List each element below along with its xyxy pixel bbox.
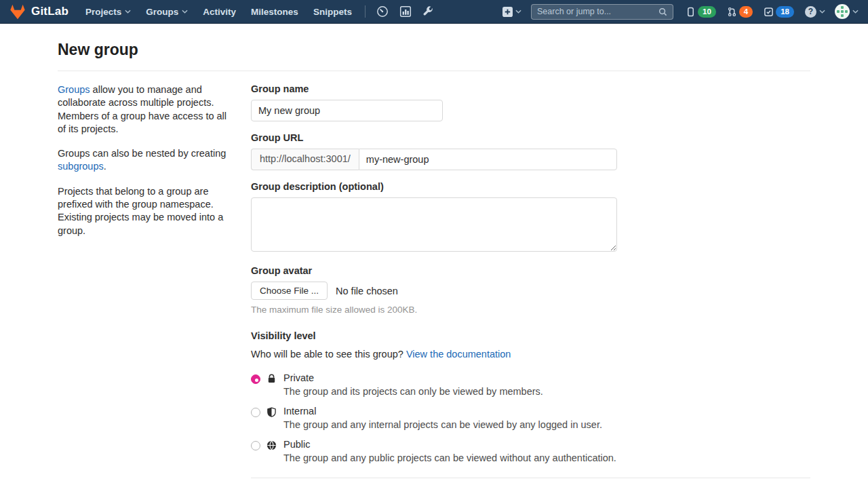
help-question-icon: ? xyxy=(805,6,816,18)
avatar xyxy=(835,4,850,19)
sidebar-paragraph: Groups allow you to manage and collabora… xyxy=(58,83,231,136)
form-divider xyxy=(251,478,810,478)
sidebar-text: . xyxy=(104,161,106,172)
page-title: New group xyxy=(58,41,810,71)
sidebar-paragraph: Groups can also be nested by creating su… xyxy=(58,147,231,174)
nav-activity-link[interactable]: Activity xyxy=(195,0,243,24)
group-name-input[interactable] xyxy=(251,100,443,121)
visibility-option-internal: Internal The group and any internal proj… xyxy=(251,406,810,430)
new-group-form: Group name Group URL http://localhost:30… xyxy=(251,83,810,483)
internal-option-description: The group and any internal projects can … xyxy=(283,419,602,430)
no-file-chosen-text: No file chosen xyxy=(336,286,398,296)
merge-requests-count-badge: 4 xyxy=(739,6,753,18)
todo-check-icon xyxy=(764,7,774,17)
gitlab-logo-home-link[interactable]: GitLab xyxy=(9,4,68,20)
merge-requests-counter[interactable]: 4 xyxy=(727,6,753,18)
nav-milestones-link[interactable]: Milestones xyxy=(243,0,306,24)
top-navbar: GitLab Projects Groups Activity Mileston… xyxy=(0,0,868,24)
nav-groups-dropdown[interactable]: Groups xyxy=(138,0,195,24)
search-icon xyxy=(658,7,667,16)
sidebar-text: Projects that belong to a group are pref… xyxy=(58,186,223,236)
internal-option-name: Internal xyxy=(283,406,602,417)
public-option-description: The group and any public projects can be… xyxy=(283,452,616,463)
subgroups-help-link[interactable]: subgroups xyxy=(58,161,104,172)
visibility-option-private: Private The group and its projects can o… xyxy=(251,372,810,397)
search-input[interactable] xyxy=(537,7,658,16)
help-dropdown[interactable]: ? xyxy=(805,6,825,18)
group-url-prefix: http://localhost:3001/ xyxy=(251,149,359,170)
globe-icon xyxy=(267,440,277,463)
private-option-description: The group and its projects can only be v… xyxy=(283,386,543,397)
groups-help-link[interactable]: Groups xyxy=(58,84,90,95)
nav-milestones-label: Milestones xyxy=(251,7,298,17)
chevron-down-icon xyxy=(852,9,859,14)
public-radio[interactable] xyxy=(251,441,260,450)
nav-snippets-link[interactable]: Snippets xyxy=(306,0,359,24)
group-avatar-label: Group avatar xyxy=(251,265,810,276)
chevron-down-icon xyxy=(819,9,825,14)
nav-groups-label: Groups xyxy=(146,7,178,17)
issues-counter[interactable]: 10 xyxy=(686,6,716,18)
avatar-size-hint: The maximum file size allowed is 200KB. xyxy=(251,305,810,315)
group-url-group: http://localhost:3001/ xyxy=(251,149,617,170)
private-radio[interactable] xyxy=(251,374,260,384)
shield-icon xyxy=(267,407,277,430)
view-documentation-link[interactable]: View the documentation xyxy=(406,349,511,360)
private-option-name: Private xyxy=(283,372,543,383)
chevron-down-icon xyxy=(125,9,131,14)
plus-square-icon xyxy=(502,7,513,17)
visibility-option-public: Public The group and any public projects… xyxy=(251,439,810,463)
nav-activity-label: Activity xyxy=(203,7,236,17)
charts-icon[interactable] xyxy=(394,0,417,24)
lock-icon xyxy=(267,374,277,397)
chevron-down-icon xyxy=(515,9,521,14)
sidebar-paragraph: Projects that belong to a group are pref… xyxy=(58,185,231,237)
todos-counter[interactable]: 18 xyxy=(764,6,794,18)
nav-projects-label: Projects xyxy=(85,7,121,17)
group-url-label: Group URL xyxy=(251,132,810,143)
issues-count-badge: 10 xyxy=(698,6,716,18)
admin-wrench-icon[interactable] xyxy=(417,0,440,24)
internal-radio[interactable] xyxy=(251,408,260,417)
dashboard-gauge-icon[interactable] xyxy=(371,0,394,24)
visibility-question-text: Who will be able to see this group? xyxy=(251,349,406,360)
brand-name: GitLab xyxy=(31,5,68,18)
group-description-textarea[interactable] xyxy=(251,197,617,252)
group-help-sidebar: Groups allow you to manage and collabora… xyxy=(58,83,231,483)
user-menu-dropdown[interactable] xyxy=(835,4,859,19)
nav-snippets-label: Snippets xyxy=(313,7,352,17)
new-menu-dropdown[interactable] xyxy=(502,7,521,17)
group-description-label: Group description (optional) xyxy=(251,181,810,192)
public-option-name: Public xyxy=(283,439,616,450)
gitlab-tanuki-icon xyxy=(9,4,26,20)
choose-file-button[interactable]: Choose File ... xyxy=(251,282,328,300)
visibility-level-label: Visibility level xyxy=(251,330,810,341)
global-search-box[interactable] xyxy=(531,4,673,20)
nav-projects-dropdown[interactable]: Projects xyxy=(78,0,138,24)
nav-divider xyxy=(365,5,366,18)
group-name-label: Group name xyxy=(251,83,810,94)
chevron-down-icon xyxy=(182,9,188,14)
todos-count-badge: 18 xyxy=(776,6,794,18)
group-url-input[interactable] xyxy=(359,149,617,170)
visibility-question: Who will be able to see this group? View… xyxy=(251,349,810,360)
sidebar-text: Groups can also be nested by creating xyxy=(58,148,226,159)
merge-request-icon xyxy=(727,7,737,17)
issues-icon xyxy=(686,7,696,17)
